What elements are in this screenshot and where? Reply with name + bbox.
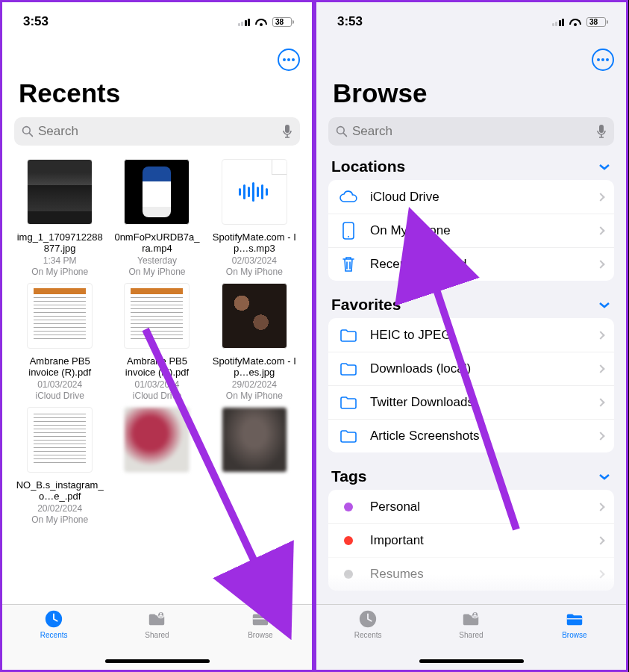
file-thumbnail-image bbox=[27, 159, 93, 225]
file-item[interactable]: SpotifyMate.com - I p…es.jpg 29/02/2024 … bbox=[209, 283, 300, 401]
file-item[interactable] bbox=[111, 407, 202, 525]
file-item[interactable]: SpotifyMate.com - I p…s.mp3 02/03/2024 O… bbox=[209, 159, 300, 277]
list-item-tag[interactable]: Resumes bbox=[328, 557, 614, 591]
file-thumbnail-image bbox=[222, 407, 287, 473]
file-item[interactable]: img_1_1709712288877.jpg 1:34 PM On My iP… bbox=[14, 159, 105, 277]
file-name: Ambrane PB5 invoice (R).pdf bbox=[16, 356, 104, 379]
mic-icon[interactable] bbox=[596, 124, 607, 139]
home-indicator[interactable] bbox=[105, 659, 210, 663]
svg-rect-13 bbox=[253, 618, 268, 619]
chevron-down-icon bbox=[598, 162, 611, 171]
status-bar: 3:53 38 bbox=[316, 2, 626, 41]
tab-label: Shared bbox=[459, 631, 483, 639]
svg-rect-8 bbox=[261, 184, 263, 199]
file-name: NO_B.s_instagram_o…e_.pdf bbox=[16, 480, 104, 503]
folder-icon bbox=[339, 326, 358, 345]
file-location: iCloud Drive bbox=[133, 391, 181, 401]
folder-shared-icon bbox=[460, 609, 481, 629]
search-bar[interactable] bbox=[328, 117, 614, 146]
cellular-signal-icon bbox=[238, 17, 251, 26]
tab-browse[interactable]: Browse bbox=[523, 609, 626, 670]
file-thumbnail-audio bbox=[222, 159, 287, 225]
folder-shared-icon bbox=[146, 609, 167, 629]
file-item[interactable] bbox=[209, 407, 300, 525]
list-label: Recently Deleted bbox=[370, 257, 598, 272]
list-item-favorite[interactable]: Downloads (local) bbox=[328, 352, 614, 385]
folder-icon bbox=[339, 359, 358, 379]
list-label: Downloads (local) bbox=[370, 361, 598, 376]
page-title: Browse bbox=[316, 41, 626, 117]
section-header-locations[interactable]: Locations bbox=[316, 156, 626, 180]
list-label: Important bbox=[370, 533, 598, 548]
chevron-right-icon bbox=[596, 398, 604, 406]
iphone-icon bbox=[339, 221, 358, 240]
list-item-recently-deleted[interactable]: Recently Deleted bbox=[328, 247, 614, 281]
search-bar[interactable] bbox=[14, 117, 300, 146]
status-indicators: 38 bbox=[238, 16, 295, 27]
status-time: 3:53 bbox=[337, 14, 363, 29]
list-item-tag[interactable]: Personal bbox=[328, 490, 614, 523]
phone-recents-screen: 3:53 38 Recents img_1_1709712288877.jpg … bbox=[0, 0, 314, 672]
search-input[interactable] bbox=[38, 124, 278, 139]
folder-icon bbox=[250, 609, 271, 629]
clock-icon bbox=[43, 609, 64, 629]
chevron-right-icon bbox=[596, 226, 604, 234]
cellular-signal-icon bbox=[552, 17, 565, 26]
tab-label: Shared bbox=[145, 631, 169, 639]
svg-point-12 bbox=[160, 613, 163, 615]
tags-list: Personal Important Resumes bbox=[328, 490, 614, 591]
file-location: On My iPhone bbox=[226, 391, 283, 401]
waveform-icon bbox=[237, 181, 272, 203]
file-date: Yesterday bbox=[137, 255, 177, 266]
file-location: On My iPhone bbox=[226, 267, 283, 277]
list-label: HEIC to JPEG bbox=[370, 328, 598, 343]
tab-label: Browse bbox=[248, 631, 272, 639]
file-location: iCloud Drive bbox=[35, 391, 84, 401]
list-item-favorite[interactable]: Article Screenshots bbox=[328, 419, 614, 452]
chevron-right-icon bbox=[596, 364, 604, 373]
file-name: 0nmFoPxURDB7a_ra.mp4 bbox=[113, 232, 201, 255]
svg-line-1 bbox=[29, 133, 32, 136]
search-input[interactable] bbox=[352, 124, 592, 139]
list-item-tag[interactable]: Important bbox=[328, 523, 614, 557]
svg-rect-2 bbox=[285, 125, 290, 133]
status-indicators: 38 bbox=[552, 16, 609, 27]
tab-browse[interactable]: Browse bbox=[209, 609, 312, 670]
chevron-right-icon bbox=[596, 193, 604, 201]
phone-browse-screen: 3:53 38 Browse Locations iCloud Drive On… bbox=[314, 0, 628, 672]
page-title: Recents bbox=[2, 41, 312, 117]
file-name: SpotifyMate.com - I p…s.mp3 bbox=[210, 232, 298, 255]
tab-recents[interactable]: Recents bbox=[2, 609, 105, 670]
more-options-button[interactable] bbox=[278, 49, 300, 71]
section-header-tags[interactable]: Tags bbox=[316, 452, 626, 490]
file-date: 1:34 PM bbox=[43, 255, 77, 266]
section-title: Tags bbox=[331, 467, 366, 485]
chevron-down-icon bbox=[598, 472, 611, 481]
file-item[interactable]: Ambrane PB5 invoice (R).pdf 01/03/2024 i… bbox=[14, 283, 105, 401]
tab-recents[interactable]: Recents bbox=[316, 609, 419, 670]
file-item[interactable]: NO_B.s_instagram_o…e_.pdf 20/02/2024 On … bbox=[14, 407, 105, 525]
list-item-icloud-drive[interactable]: iCloud Drive bbox=[328, 180, 614, 214]
home-indicator[interactable] bbox=[419, 659, 524, 663]
chevron-right-icon bbox=[596, 331, 604, 339]
file-item[interactable]: 0nmFoPxURDB7a_ra.mp4 Yesterday On My iPh… bbox=[111, 159, 202, 277]
chevron-down-icon bbox=[598, 300, 611, 309]
wifi-icon bbox=[569, 16, 582, 27]
trash-icon bbox=[339, 255, 358, 274]
mic-icon[interactable] bbox=[282, 124, 292, 139]
list-item-favorite[interactable]: Twitter Downloads bbox=[328, 385, 614, 419]
file-thumbnail-pdf bbox=[27, 283, 93, 349]
list-item-favorite[interactable]: HEIC to JPEG bbox=[328, 318, 614, 352]
file-date: 01/03/2024 bbox=[134, 379, 179, 390]
file-location: On My iPhone bbox=[128, 267, 185, 277]
clock-icon bbox=[357, 609, 378, 629]
file-item[interactable]: Ambrane PB5 invoice (M).pdf 01/03/2024 i… bbox=[111, 283, 202, 401]
more-options-button[interactable] bbox=[592, 49, 614, 71]
favorites-list: HEIC to JPEG Downloads (local) Twitter D… bbox=[328, 318, 614, 452]
list-label: Twitter Downloads bbox=[370, 395, 598, 410]
list-label: Personal bbox=[370, 500, 598, 514]
section-header-favorites[interactable]: Favorites bbox=[316, 281, 626, 318]
svg-point-22 bbox=[475, 613, 477, 615]
list-item-on-my-iphone[interactable]: On My iPhone bbox=[328, 214, 614, 247]
battery-icon: 38 bbox=[586, 17, 608, 27]
